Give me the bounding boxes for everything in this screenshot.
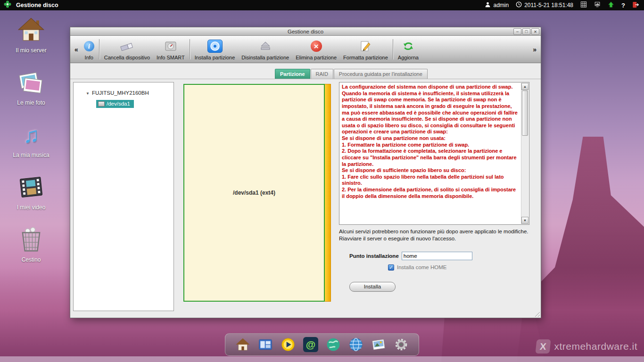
toolbar-label: Disinstalla partizione — [241, 55, 289, 60]
device-tree-panel: FUJITSU_MHY2160BH /dev/sda1 — [73, 82, 174, 311]
dock-browser-icon[interactable] — [325, 337, 341, 353]
tab-bar: Partizione RAID Procedura guidata per l'… — [70, 68, 541, 79]
toolbar-info-button[interactable]: Info — [81, 37, 98, 62]
toolbar-label: Info — [85, 55, 93, 60]
maximize-button[interactable] — [522, 28, 530, 35]
toolbar-label: Elimina partizione — [296, 55, 337, 60]
desktop-icon-server[interactable]: Il mio server — [8, 15, 54, 54]
system-flower-icon[interactable] — [4, 0, 11, 10]
info-icon — [84, 41, 94, 51]
partition-block-label: /dev/sda1 (ext4) — [233, 189, 275, 196]
user-name: admin — [493, 2, 509, 8]
toolbar-label: Installa partizione — [195, 55, 235, 60]
refresh-icon — [402, 39, 414, 53]
dock — [225, 333, 419, 356]
tree-node-partition-selected[interactable]: /dev/sda1 — [96, 100, 134, 108]
window-resize-grip[interactable] — [534, 311, 540, 317]
window-toolbar: « Info Cancella dispositivo Info SMART — [70, 36, 541, 63]
scroll-down-icon[interactable] — [521, 217, 528, 224]
toolbar-mount-partition-button[interactable]: Installa partizione — [191, 37, 239, 62]
partition-disk-icon — [98, 101, 105, 107]
scrollbar-thumb[interactable] — [522, 90, 528, 136]
toolbar-refresh-button[interactable]: Aggiorna — [395, 37, 422, 62]
toolbar-label: Cancella dispositivo — [104, 55, 150, 60]
install-button[interactable]: Installa — [349, 282, 396, 292]
dock-email-icon[interactable] — [303, 337, 319, 353]
window-title: Gestione disco — [70, 29, 541, 34]
scroll-up-icon[interactable] — [521, 83, 528, 90]
desktop-icon-label: La mia musica — [13, 152, 49, 158]
music-note-icon: ♫ — [16, 120, 46, 150]
mount-point-input[interactable] — [402, 252, 472, 260]
install-home-label: Installa come HOME — [397, 264, 446, 270]
services-notice-text: Alcuni servizi potrebbero non funzionare… — [339, 228, 529, 242]
toolbar-erase-device-button[interactable]: Cancella dispositivo — [101, 37, 153, 62]
watermark-x-logo — [536, 339, 551, 354]
grid-apps-icon[interactable] — [580, 1, 587, 9]
scrollbar[interactable] — [521, 83, 528, 224]
tab-install-wizard[interactable]: Procedura guidata per l'installazione — [334, 69, 428, 79]
toolbar-separator — [99, 39, 99, 59]
close-button[interactable] — [531, 28, 539, 35]
desktop-icon-photos[interactable]: Le mie foto — [8, 67, 54, 106]
tab-raid[interactable]: RAID — [311, 69, 333, 79]
toolbar-format-partition-button[interactable]: Formatta partizione — [340, 37, 391, 62]
desktop-icon-trash[interactable]: Cestino — [8, 224, 54, 263]
toolbar-separator — [393, 39, 393, 59]
toolbar-delete-partition-button[interactable]: Elimina partizione — [292, 37, 340, 62]
toolbar-unmount-partition-button[interactable]: Disinstalla partizione — [238, 37, 292, 62]
disk-model-label: FUJITSU_MHY2160BH — [92, 90, 149, 96]
clock-icon — [516, 1, 522, 9]
dock-network-globe-icon[interactable] — [348, 337, 364, 353]
desktop-icon-column: Il mio server Le mie foto ♫ La mia music… — [8, 15, 54, 263]
minimize-button[interactable] — [513, 28, 521, 35]
swap-info-text: La configurazione del sistema non dispon… — [342, 84, 519, 199]
upgrade-arrow-icon[interactable] — [608, 1, 614, 9]
mount-partition-icon — [207, 40, 223, 53]
desktop-icon-label: Cestino — [22, 256, 41, 263]
desktop-icon-label: Il mio server — [16, 47, 46, 54]
eject-icon — [259, 39, 272, 53]
tree-node-disk[interactable]: FUJITSU_MHY2160BH — [74, 90, 173, 96]
dock-file-manager-icon[interactable] — [257, 337, 273, 353]
mount-point-row: Punto installazione — [339, 252, 529, 260]
filmstrip-icon — [16, 172, 46, 202]
format-pencil-icon — [359, 39, 372, 53]
free-space-block[interactable] — [325, 84, 331, 302]
swap-info-box: La configurazione del sistema non dispon… — [339, 82, 529, 225]
datetime-text: 2011-5-21 18:51:48 — [524, 2, 573, 8]
top-menubar: Gestione disco admin 2011-5-21 18:51:48 … — [0, 0, 644, 10]
dock-home-icon[interactable] — [235, 337, 251, 353]
toolbar-separator — [190, 39, 190, 59]
desktop-icon-video[interactable]: I miei video — [8, 172, 54, 211]
partition-block-sda1[interactable]: /dev/sda1 (ext4) — [183, 84, 325, 302]
taskbar-strip — [0, 356, 644, 362]
desktop-screen: Gestione disco admin 2011-5-21 18:51:48 … — [0, 0, 644, 362]
toolbar-label: Aggiorna — [398, 55, 419, 60]
delete-partition-icon — [311, 41, 322, 52]
clock[interactable]: 2011-5-21 18:51:48 — [516, 1, 573, 9]
help-button[interactable]: ? — [621, 2, 625, 9]
user-icon — [485, 1, 491, 9]
smart-disk-icon — [165, 39, 177, 53]
expand-arrow-icon[interactable] — [86, 90, 90, 96]
install-home-checkbox[interactable] — [388, 264, 394, 271]
toolbar-scroll-right[interactable]: » — [530, 46, 539, 53]
desktop-icon-music[interactable]: ♫ La mia musica — [8, 120, 54, 158]
dock-media-player-icon[interactable] — [280, 337, 296, 353]
desktop-icon-label: Le mie foto — [17, 99, 45, 106]
partition-node-label: /dev/sda1 — [107, 101, 130, 107]
dock-settings-gear-icon[interactable] — [393, 337, 409, 353]
active-app-title: Gestione disco — [16, 2, 58, 8]
toolbar-label: Formatta partizione — [343, 55, 388, 60]
eraser-icon — [120, 39, 134, 53]
network-status-icon[interactable] — [594, 1, 601, 9]
dock-gallery-icon[interactable] — [371, 337, 387, 353]
logout-icon[interactable] — [632, 1, 639, 9]
toolbar-smart-info-button[interactable]: Info SMART — [153, 37, 188, 62]
toolbar-scroll-left[interactable]: « — [72, 46, 81, 53]
trash-basket-icon — [16, 224, 46, 255]
tab-partizione[interactable]: Partizione — [275, 69, 310, 79]
user-menu[interactable]: admin — [485, 1, 509, 9]
window-titlebar[interactable]: Gestione disco — [70, 27, 541, 36]
